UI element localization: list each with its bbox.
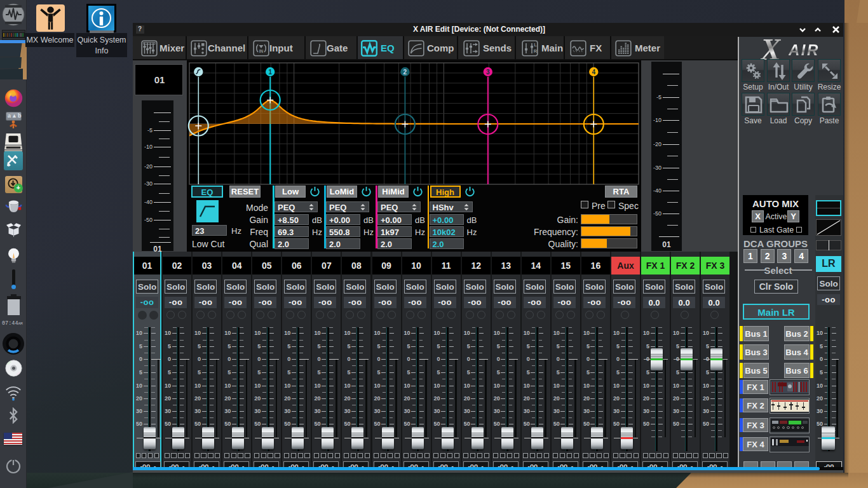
svg-text:3: 3 [486, 69, 490, 76]
svg-text:1: 1 [268, 69, 272, 76]
svg-text:4: 4 [592, 69, 596, 76]
svg-text:2: 2 [403, 69, 407, 76]
